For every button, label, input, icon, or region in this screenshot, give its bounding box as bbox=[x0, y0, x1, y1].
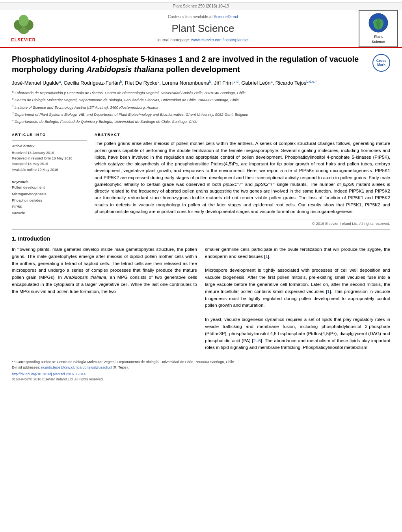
article-title-section: Phosphatidylinositol 4-phosphate 5-kinas… bbox=[12, 54, 390, 74]
article-title: Phosphatidylinositol 4-phosphate 5-kinas… bbox=[12, 54, 367, 74]
title-italic: Arabidopsis thaliana bbox=[86, 65, 164, 74]
email-link[interactable]: ricardo.tejos@cinv.cl bbox=[41, 365, 74, 369]
science-direct-link[interactable]: ScienceDirect bbox=[214, 15, 238, 19]
page-header: Plant Science 250 (2016) 10–19 ELSEVIER … bbox=[0, 0, 402, 48]
keyword-4: PIP5K bbox=[12, 204, 87, 210]
introduction-col1: In flowering plants, male gametes develo… bbox=[12, 246, 197, 351]
article-bar: Plant Science 250 (2016) 10–19 bbox=[0, 2, 402, 10]
crossmark-badge-container: CrossMark bbox=[372, 54, 390, 72]
affiliations: a Laboratorio de Reproducción y Desarrol… bbox=[12, 89, 390, 125]
introduction-col2: smaller germline cells participate in th… bbox=[205, 246, 390, 351]
journal-center: Contents lists available at ScienceDirec… bbox=[51, 10, 355, 47]
science-direct-info: Contents lists available at ScienceDirec… bbox=[168, 14, 238, 20]
keywords-section: Keywords: Pollen development Microgameto… bbox=[12, 179, 87, 216]
main-content: Phosphatidylinositol 4-phosphate 5-kinas… bbox=[0, 48, 402, 386]
article-info-column: ARTICLE INFO Article history: Received 1… bbox=[12, 132, 87, 226]
doi-line: http://dx.doi.org/10.1016/j.plantsci.201… bbox=[12, 372, 390, 377]
keyword-1: Pollen development bbox=[12, 184, 87, 191]
intro-divider bbox=[12, 229, 390, 230]
header-top: ELSEVIER Contents lists available at Sci… bbox=[0, 10, 402, 47]
email-note: E-mail addresses: ricardo.tejos@cinv.cl,… bbox=[12, 365, 390, 371]
accepted-date: Accepted 18 May 2016 bbox=[12, 161, 87, 167]
keyword-5: Vacuole bbox=[12, 210, 87, 216]
elsevier-logo: ELSEVIER bbox=[4, 10, 47, 47]
doi-link[interactable]: http://dx.doi.org/10.1016/j.plantsci.201… bbox=[12, 372, 86, 376]
crossmark-badge: CrossMark bbox=[372, 54, 390, 72]
issn-line: 0168-9452/© 2016 Elsevier Ireland Ltd. A… bbox=[12, 377, 390, 382]
introduction-columns: In flowering plants, male gametes develo… bbox=[12, 246, 390, 351]
keywords-list: Pollen development Microgametogenesis Ph… bbox=[12, 184, 87, 216]
homepage-link[interactable]: www.elsevier.com/locate/plantsci bbox=[191, 38, 249, 42]
article-info-abstract: ARTICLE INFO Article history: Received 1… bbox=[12, 132, 390, 226]
abstract-column: ABSTRACT The pollen grains arise after m… bbox=[95, 132, 390, 226]
journal-title: Plant Science bbox=[172, 21, 234, 35]
corresponding-author-note: * * Corresponding author at: Centro de B… bbox=[12, 360, 390, 365]
elsevier-label: ELSEVIER bbox=[11, 37, 35, 43]
copyright-notice: © 2016 Elsevier Ireland Ltd. All rights … bbox=[95, 219, 390, 226]
footnotes-section: * * Corresponding author at: Centro de B… bbox=[12, 357, 390, 382]
email-link-2[interactable]: ricardo.tejos@usach.cl bbox=[76, 365, 112, 369]
keyword-2: Microgametogenesis bbox=[12, 191, 87, 197]
keywords-heading: Keywords: bbox=[12, 179, 87, 184]
article-info-heading: ARTICLE INFO bbox=[12, 132, 87, 137]
homepage-info: journal homepage: www.elsevier.com/locat… bbox=[157, 37, 248, 43]
article-info-box: Article history: Received 13 January 201… bbox=[12, 140, 87, 175]
plant-science-icon bbox=[368, 13, 388, 33]
section-divider bbox=[12, 129, 390, 129]
journal-bar-text: Plant Science 250 (2016) 10–19 bbox=[173, 4, 229, 8]
available-online-date: Available online 19 May 2016 bbox=[12, 167, 87, 172]
introduction-section: 1. Introduction In flowering plants, mal… bbox=[12, 235, 390, 351]
abstract-text: The pollen grains arise after meiosis of… bbox=[95, 140, 390, 215]
svg-point-4 bbox=[19, 15, 29, 26]
keyword-3: Phosphoinositides bbox=[12, 197, 87, 204]
introduction-heading: 1. Introduction bbox=[12, 235, 390, 243]
journal-logo-title: PlantScience bbox=[372, 34, 385, 44]
article-history-label: Article history: bbox=[12, 143, 87, 149]
received-date: Received 13 January 2016 bbox=[12, 150, 87, 156]
plant-science-logo-box: PlantScience bbox=[359, 10, 398, 47]
elsevier-tree-icon bbox=[10, 14, 37, 36]
authors-line: José-Manuel Ugaldea, Cecilia Rodriguez-F… bbox=[12, 79, 390, 87]
received-revised-date: Received in revised form 16 May 2016 bbox=[12, 156, 87, 161]
abstract-heading: ABSTRACT bbox=[95, 132, 390, 137]
